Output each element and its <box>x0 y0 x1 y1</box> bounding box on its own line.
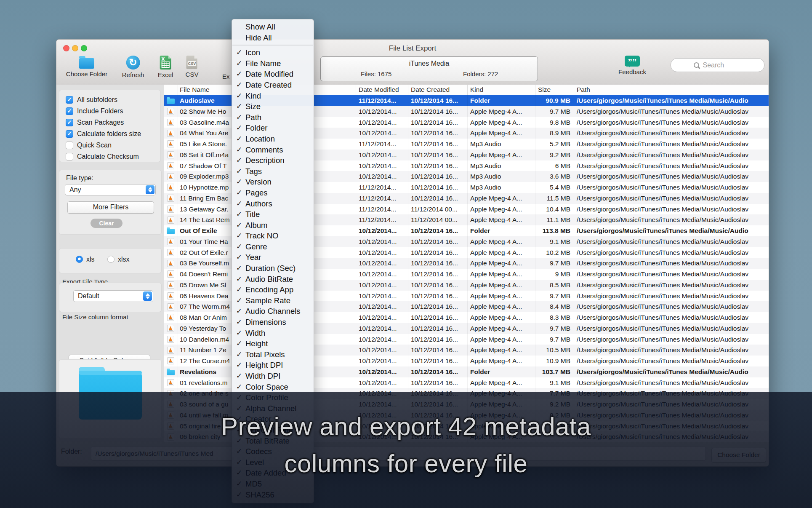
menu-item-show-all[interactable]: Show All <box>232 21 314 32</box>
cell-path: /Users/giorgos/Music/iTunes/iTunes Media… <box>574 356 769 366</box>
checked-checkbox-icon[interactable]: ✓ <box>66 119 73 126</box>
menu-item-audio-bitrate[interactable]: ✓Audio BitRate <box>232 274 314 285</box>
menu-item-encoding-app[interactable]: ✓Encoding App <box>232 284 314 295</box>
menu-item-total-pixels[interactable]: ✓Total Pixels <box>232 349 314 360</box>
menu-item-year[interactable]: ✓Year <box>232 252 314 263</box>
checkmark-icon: ✓ <box>236 134 245 144</box>
cell-path: /Users/giorgos/Music/iTunes/iTunes Media… <box>574 312 769 323</box>
cell-size: 10.4 MB <box>535 204 574 215</box>
menu-item-description[interactable]: ✓Description <box>232 155 314 166</box>
menu-item-height-dpi[interactable]: ✓Height DPI <box>232 360 314 371</box>
menu-item-hide-all[interactable]: Hide All <box>232 32 314 43</box>
sidebar-checkbox-calculate-folders-size[interactable]: ✓Calculate folders size <box>59 128 160 139</box>
menu-item-width-dpi[interactable]: ✓Width DPI <box>232 371 314 382</box>
menu-item-duration-sec[interactable]: ✓Duration (Sec) <box>232 263 314 274</box>
menu-item-icon[interactable]: ✓Icon <box>232 47 314 58</box>
checked-checkbox-icon[interactable]: ✓ <box>66 96 73 104</box>
cell-date-modified: 10/12/2014... <box>356 301 408 312</box>
cell-kind: Folder <box>468 225 535 236</box>
audio-file-icon <box>167 173 174 180</box>
search-field[interactable] <box>671 58 764 72</box>
menu-item-title[interactable]: ✓Title <box>232 209 314 220</box>
cell-kind: Apple Mpeg-4 A... <box>468 280 535 291</box>
audio-file-icon <box>167 379 174 386</box>
column-header-path[interactable]: Path <box>574 85 769 95</box>
sidebar-checkbox-scan-packages[interactable]: ✓Scan Packages <box>59 117 160 128</box>
menu-separator <box>232 45 313 45</box>
checked-checkbox-icon[interactable]: ✓ <box>66 130 73 138</box>
menu-item-pages[interactable]: ✓Pages <box>232 187 314 198</box>
menu-item-album[interactable]: ✓Album <box>232 220 314 231</box>
menu-item-label: Audio BitRate <box>245 274 293 285</box>
unchecked-checkbox-icon[interactable] <box>66 153 73 160</box>
export-toolbar-button-partially-hidden[interactable]: Export <box>222 73 229 80</box>
search-input[interactable] <box>702 61 742 70</box>
menu-item-sample-rate[interactable]: ✓Sample Rate <box>232 295 314 306</box>
cell-kind: Apple Mpeg-4 A... <box>468 128 535 139</box>
menu-item-path[interactable]: ✓Path <box>232 112 314 123</box>
cell-path: /Users/giorgos/Music/iTunes/iTunes Media… <box>574 160 769 171</box>
audio-file-icon <box>167 281 174 289</box>
menu-item-label: Height DPI <box>245 360 283 371</box>
audio-file-icon <box>167 108 174 115</box>
menu-item-date-created[interactable]: ✓Date Created <box>232 80 314 91</box>
xls-radio[interactable] <box>76 256 83 263</box>
menu-item-label: Sample Rate <box>245 295 290 306</box>
feedback-button[interactable]: Feedback <box>617 56 647 75</box>
column-header-date-created[interactable]: Date Created <box>408 85 468 95</box>
more-filters-button[interactable]: More Filters <box>67 201 154 214</box>
cell-kind: Apple Mpeg-4 A... <box>468 204 535 215</box>
checked-checkbox-icon[interactable]: ✓ <box>66 107 73 115</box>
csv-export-toolbar-button[interactable]: CSV <box>186 56 199 78</box>
filters-panel: File type: Any More Filters Clear <box>59 170 162 235</box>
menu-item-color-space[interactable]: ✓Color Space <box>232 382 314 393</box>
cell-path: /Users/giorgos/Music/iTunes/iTunes Media… <box>574 269 769 280</box>
refresh-toolbar-button[interactable]: ↻ Refresh <box>122 56 144 78</box>
menu-item-tags[interactable]: ✓Tags <box>232 166 314 177</box>
cell-size: 103.7 MB <box>535 366 574 377</box>
menu-item-genre[interactable]: ✓Genre <box>232 241 314 252</box>
cell-size: 6 MB <box>535 160 574 171</box>
cell-path: /Users/giorgos/Music/iTunes/iTunes Media… <box>574 301 769 312</box>
checkmark-icon: ✓ <box>236 371 245 382</box>
checkmark-icon: ✓ <box>236 101 245 112</box>
file-size-format-select[interactable]: Default <box>73 290 153 302</box>
menu-item-track-no[interactable]: ✓Track NO <box>232 230 314 241</box>
excel-export-toolbar-button[interactable]: Excel <box>158 56 173 78</box>
xlsx-radio[interactable] <box>107 256 114 263</box>
menu-item-version[interactable]: ✓Version <box>232 176 314 187</box>
column-header-size[interactable]: Size <box>535 85 574 95</box>
file-type-select[interactable]: Any <box>65 184 156 195</box>
menu-item-dimensions[interactable]: ✓Dimensions <box>232 317 314 328</box>
sidebar-checkbox-quick-scan[interactable]: Quick Scan <box>59 139 160 151</box>
column-header-date-modified[interactable]: Date Modified <box>356 85 408 95</box>
menu-item-location[interactable]: ✓Location <box>232 134 314 144</box>
column-header-kind[interactable]: Kind <box>468 85 535 95</box>
sidebar-checkbox-calculate-checksum[interactable]: Calculate Checksum <box>59 151 160 162</box>
cell-date-created: 10/12/2014 16... <box>408 139 468 150</box>
menu-item-folder[interactable]: ✓Folder <box>232 123 314 134</box>
cell-size: 113.8 MB <box>535 225 574 236</box>
menu-item-label: Total Pixels <box>245 349 285 360</box>
menu-item-size[interactable]: ✓Size <box>232 101 314 112</box>
cell-path: /Users/giorgos/Music/iTunes/iTunes Media… <box>574 247 769 258</box>
menu-item-audio-channels[interactable]: ✓Audio Channels <box>232 306 314 317</box>
menu-item-label: Width DPI <box>245 371 280 382</box>
menu-item-kind[interactable]: ✓Kind <box>232 91 314 102</box>
menu-item-date-modified[interactable]: ✓Date Modified <box>232 69 314 80</box>
menu-item-height[interactable]: ✓Height <box>232 338 314 349</box>
xls-radio-label: xls <box>86 256 95 263</box>
sidebar-checkbox-include-folders[interactable]: ✓Include Folders <box>59 105 160 117</box>
caption-line-2: columns for every file <box>0 449 812 478</box>
menu-item-comments[interactable]: ✓Comments <box>232 144 314 155</box>
unchecked-checkbox-icon[interactable] <box>66 142 73 149</box>
cell-path: /Users/giorgos/Music/iTunes/iTunes Media… <box>574 204 769 215</box>
choose-folder-toolbar-button[interactable]: Choose Folder <box>66 56 107 78</box>
cell-kind: Mp3 Audio <box>468 182 535 193</box>
menu-item-authors[interactable]: ✓Authors <box>232 198 314 209</box>
menu-item-label: Folder <box>245 123 267 134</box>
sidebar-checkbox-all-subfolders[interactable]: ✓All subfolders <box>59 94 160 105</box>
menu-item-width[interactable]: ✓Width <box>232 328 314 339</box>
menu-item-file-name[interactable]: ✓File Name <box>232 58 314 69</box>
clear-filters-button[interactable]: Clear <box>91 219 122 228</box>
